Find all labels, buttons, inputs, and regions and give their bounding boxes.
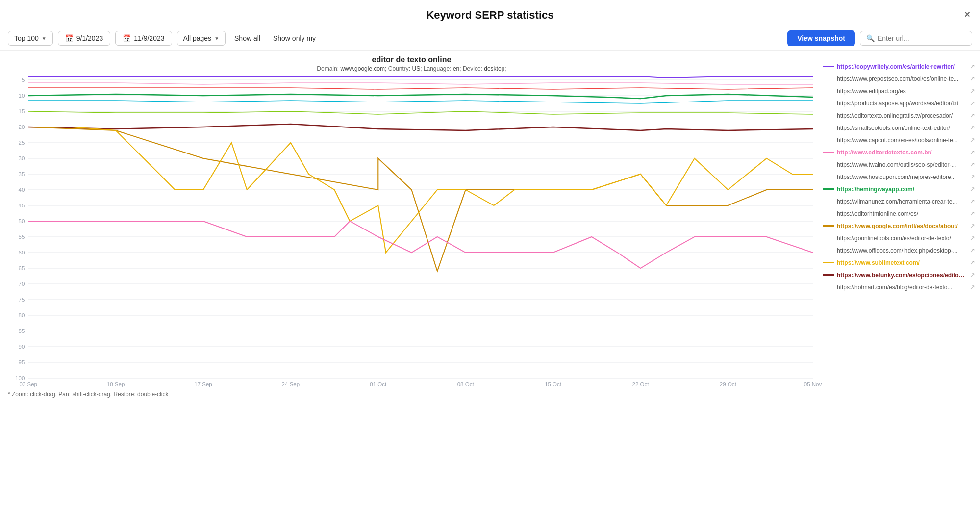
legend-item[interactable]: https://www.editpad.org/es↗	[823, 85, 975, 97]
svg-text:24 Sep: 24 Sep	[282, 382, 300, 387]
legend-line-indicator	[823, 66, 834, 67]
legend-item[interactable]: https://www.befunky.com/es/opciones/edit…	[823, 269, 975, 281]
legend-url-label: https://hemingwayapp.com/	[837, 186, 965, 193]
url-search-input[interactable]	[878, 34, 966, 42]
legend-item[interactable]: https://editorhtmlonline.com/es/↗	[823, 207, 975, 220]
legend-item[interactable]: https://www.hostcupon.com/mejores-editor…	[823, 171, 975, 183]
legend-item[interactable]: https://smallseotools.com/online-text-ed…	[823, 122, 975, 134]
calendar-icon: 📅	[123, 34, 131, 42]
legend-url-label: https://www.twaino.com/outils/seo-sp/edi…	[837, 161, 965, 168]
legend-item[interactable]: http://www.editordetextos.com.br/↗	[823, 146, 975, 158]
legend-url-label: http://www.editordetextos.com.br/	[837, 149, 965, 156]
external-link-icon[interactable]: ↗	[970, 185, 975, 193]
legend-url-label: https://www.sublimetext.com/	[837, 259, 965, 266]
svg-text:90: 90	[19, 344, 25, 350]
start-date-picker[interactable]: 📅 9/1/2023	[58, 31, 111, 46]
svg-text:10 Sep: 10 Sep	[107, 382, 125, 387]
external-link-icon[interactable]: ↗	[970, 173, 975, 180]
legend-url-label: https://editortexto.onlinegratis.tv/proc…	[837, 112, 965, 119]
external-link-icon[interactable]: ↗	[970, 234, 975, 242]
legend-item[interactable]: https://www.twaino.com/outils/seo-sp/edi…	[823, 158, 975, 171]
svg-text:80: 80	[19, 312, 25, 318]
svg-text:45: 45	[19, 203, 25, 208]
legend-item[interactable]: https://goonlinetools.com/es/editor-de-t…	[823, 232, 975, 244]
legend-item[interactable]: https://copywritely.com/es/article-rewri…	[823, 60, 975, 73]
external-link-icon[interactable]: ↗	[970, 210, 975, 217]
external-link-icon[interactable]: ↗	[970, 100, 975, 107]
legend-url-label: https://editorhtmlonline.com/es/	[837, 210, 965, 217]
end-date-picker[interactable]: 📅 11/9/2023	[115, 31, 172, 46]
legend-item[interactable]: https://www.offidocs.com/index.php/deskt…	[823, 244, 975, 256]
external-link-icon[interactable]: ↗	[970, 271, 975, 279]
legend-item[interactable]: https://www.google.com/intl/es/docs/abou…	[823, 220, 975, 232]
svg-text:17 Sep: 17 Sep	[194, 382, 212, 387]
svg-text:60: 60	[19, 250, 25, 255]
legend-item[interactable]: https://hotmart.com/es/blog/editor-de-te…	[823, 281, 975, 293]
external-link-icon[interactable]: ↗	[970, 63, 975, 70]
svg-text:08 Oct: 08 Oct	[457, 382, 475, 387]
svg-text:15: 15	[19, 108, 25, 114]
legend-url-label: https://goonlinetools.com/es/editor-de-t…	[837, 235, 965, 242]
legend-item[interactable]: https://hemingwayapp.com/↗	[823, 183, 975, 195]
external-link-icon[interactable]: ↗	[970, 75, 975, 82]
legend-url-label: https://smallseotools.com/online-text-ed…	[837, 125, 965, 131]
legend-item[interactable]: https://www.prepostseo.com/tool/es/onlin…	[823, 73, 975, 85]
legend-line-indicator	[823, 225, 834, 227]
external-link-icon[interactable]: ↗	[970, 112, 975, 119]
view-snapshot-button[interactable]: View snapshot	[787, 30, 855, 46]
external-link-icon[interactable]: ↗	[970, 149, 975, 156]
external-link-icon[interactable]: ↗	[970, 124, 975, 131]
chevron-down-icon: ▼	[214, 36, 219, 41]
svg-text:10: 10	[19, 93, 25, 99]
svg-text:85: 85	[19, 328, 25, 334]
legend-line-indicator	[823, 188, 834, 190]
svg-text:01 Oct: 01 Oct	[370, 382, 387, 387]
svg-text:22 Oct: 22 Oct	[632, 382, 649, 387]
svg-text:100: 100	[15, 375, 25, 381]
close-button[interactable]: ×	[964, 9, 970, 20]
svg-text:40: 40	[19, 187, 25, 193]
svg-text:55: 55	[19, 234, 25, 240]
svg-text:03 Sep: 03 Sep	[19, 382, 37, 387]
external-link-icon[interactable]: ↗	[970, 247, 975, 254]
external-link-icon[interactable]: ↗	[970, 161, 975, 168]
external-link-icon[interactable]: ↗	[970, 222, 975, 229]
chart-subtitle: Domain: www.google.com; Country: US; Lan…	[0, 65, 823, 72]
svg-text:65: 65	[19, 265, 25, 271]
zoom-hint: * Zoom: click-drag, Pan: shift-click-dra…	[0, 389, 980, 403]
legend-item[interactable]: https://products.aspose.app/words/es/edi…	[823, 97, 975, 109]
legend-item[interactable]: https://editortexto.onlinegratis.tv/proc…	[823, 109, 975, 122]
svg-text:05 Nov: 05 Nov	[804, 382, 822, 387]
legend-url-label: https://www.befunky.com/es/opciones/edit…	[837, 272, 965, 279]
external-link-icon[interactable]: ↗	[970, 283, 975, 291]
legend-line-indicator	[823, 262, 834, 263]
svg-text:15 Oct: 15 Oct	[545, 382, 562, 387]
legend-url-label: https://www.capcut.com/es-es/tools/onlin…	[837, 137, 965, 144]
legend-url-label: https://www.editpad.org/es	[837, 88, 965, 95]
external-link-icon[interactable]: ↗	[970, 136, 975, 144]
legend-url-label: https://www.offidocs.com/index.php/deskt…	[837, 247, 965, 254]
legend-item[interactable]: https://vilmanunez.com/herramienta-crear…	[823, 195, 975, 207]
external-link-icon[interactable]: ↗	[970, 87, 975, 95]
url-search-container: 🔍	[860, 31, 972, 46]
external-link-icon[interactable]: ↗	[970, 259, 975, 266]
page-title: Keyword SERP statistics	[426, 9, 553, 21]
legend-item[interactable]: https://www.sublimetext.com/↗	[823, 256, 975, 269]
legend-item[interactable]: https://www.capcut.com/es-es/tools/onlin…	[823, 134, 975, 146]
svg-text:95: 95	[19, 359, 25, 365]
svg-text:25: 25	[19, 140, 25, 146]
svg-text:30: 30	[19, 155, 25, 161]
pages-dropdown[interactable]: All pages ▼	[177, 31, 226, 46]
show-only-my-button[interactable]: Show only my	[269, 31, 320, 45]
svg-text:5: 5	[22, 77, 25, 83]
legend-line-indicator	[823, 274, 834, 276]
svg-text:50: 50	[19, 218, 25, 224]
top100-dropdown[interactable]: Top 100 ▼	[8, 31, 53, 46]
serp-chart[interactable]: .grid-line { stroke: #e5e7eb; stroke-wid…	[0, 75, 823, 389]
show-all-button[interactable]: Show all	[230, 31, 264, 45]
external-link-icon[interactable]: ↗	[970, 198, 975, 205]
legend-url-label: https://www.hostcupon.com/mejores-editor…	[837, 174, 965, 180]
search-icon: 🔍	[866, 34, 875, 42]
legend-url-label: https://hotmart.com/es/blog/editor-de-te…	[837, 284, 965, 291]
legend-url-label: https://www.google.com/intl/es/docs/abou…	[837, 223, 965, 229]
